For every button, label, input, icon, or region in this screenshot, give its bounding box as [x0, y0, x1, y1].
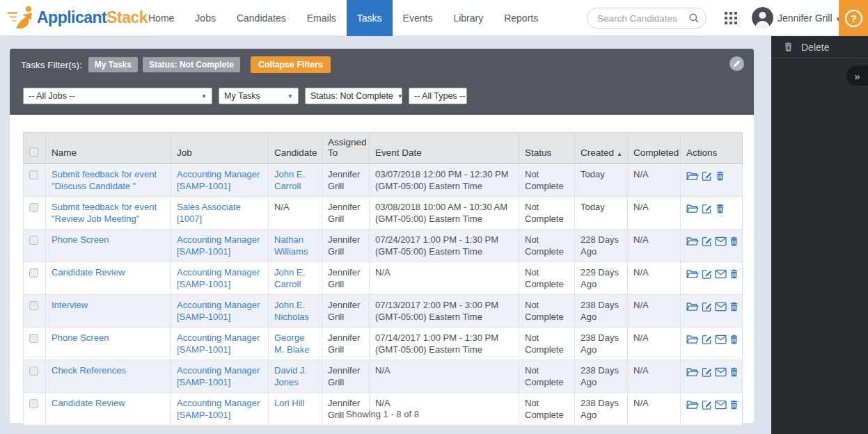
nav-item-jobs[interactable]: Jobs — [184, 0, 226, 36]
nav-item-events[interactable]: Events — [393, 0, 443, 36]
email-task-icon[interactable] — [715, 335, 727, 344]
row-checkbox-cell — [24, 360, 46, 393]
filter-badge[interactable]: Status: Not Complete — [143, 57, 240, 72]
task-name-link[interactable]: Interview — [52, 300, 88, 310]
column-header-assigned-to[interactable]: Assigned To — [322, 133, 370, 164]
task-name-link[interactable]: Submit feedback for event "Discuss Candi… — [52, 169, 157, 191]
collapse-panel-button[interactable]: » — [846, 66, 868, 86]
row-checkbox[interactable] — [29, 268, 38, 278]
delete-task-icon[interactable] — [715, 203, 725, 214]
task-name-link[interactable]: Check References — [52, 365, 126, 376]
event-date-cell: 07/13/2017 2:00 PM - 3:00 PM (GMT-05:00)… — [370, 295, 519, 328]
job-cell: Accounting Manager [SAMP-1001] — [171, 295, 269, 328]
row-checkbox[interactable] — [29, 203, 38, 212]
task-name-link[interactable]: Candidate Review — [52, 398, 125, 408]
status-cell: Not Complete — [519, 262, 575, 295]
user-menu[interactable]: Jennifer Grill ▾ — [778, 0, 840, 36]
edit-task-icon[interactable] — [701, 170, 713, 182]
email-task-icon[interactable] — [715, 367, 727, 377]
nav-item-home[interactable]: Home — [138, 0, 184, 36]
column-header-job[interactable]: Job — [171, 133, 269, 164]
delete-task-icon[interactable] — [729, 268, 739, 280]
candidate-link[interactable]: David J. Jones — [274, 365, 307, 387]
job-link[interactable]: Accounting Manager [SAMP-1001] — [177, 332, 260, 355]
email-task-icon[interactable] — [715, 236, 727, 246]
edit-task-icon[interactable] — [701, 334, 713, 345]
delete-task-icon[interactable] — [715, 170, 725, 182]
open-task-icon[interactable] — [686, 301, 699, 312]
actions-cell — [681, 328, 743, 360]
job-link[interactable]: Sales Associate [1007] — [177, 202, 241, 224]
row-checkbox[interactable] — [29, 334, 38, 343]
open-task-icon[interactable] — [686, 367, 699, 378]
candidate-link[interactable]: Lori Hill — [274, 398, 304, 408]
candidate-link[interactable]: George M. Blake — [274, 332, 310, 355]
job-link[interactable]: Accounting Manager [SAMP-1001] — [177, 267, 260, 289]
column-header-actions[interactable]: Actions — [681, 133, 743, 164]
delete-task-icon[interactable] — [729, 367, 739, 378]
job-link[interactable]: Accounting Manager [SAMP-1001] — [177, 169, 260, 191]
edit-task-icon[interactable] — [701, 203, 713, 214]
delete-task-icon[interactable] — [729, 334, 739, 345]
user-avatar[interactable] — [752, 7, 773, 29]
apps-grid-icon[interactable] — [725, 12, 737, 24]
open-task-icon[interactable] — [686, 334, 699, 345]
edit-task-icon[interactable] — [701, 367, 713, 378]
task-name-link[interactable]: Submit feedback for event "Review Job Me… — [52, 202, 157, 224]
job-link[interactable]: Accounting Manager [SAMP-1001] — [177, 365, 260, 387]
pagination-status: Showing 1 - 8 of 8 — [23, 409, 742, 419]
nav-item-candidates[interactable]: Candidates — [226, 0, 297, 36]
help-button[interactable]: ? — [839, 0, 868, 36]
delete-task-icon[interactable] — [729, 301, 739, 312]
email-task-icon[interactable] — [715, 269, 727, 279]
edit-task-icon[interactable] — [701, 268, 713, 280]
edit-filters-button[interactable] — [729, 56, 744, 71]
job-link[interactable]: Accounting Manager [SAMP-1001] — [177, 300, 260, 322]
row-checkbox[interactable] — [29, 367, 38, 376]
candidate-link[interactable]: Nathan Williams — [274, 234, 308, 257]
jobs-filter-dropdown[interactable]: -- All Jobs --▼ — [23, 88, 212, 104]
column-header-event-date[interactable]: Event Date — [370, 133, 519, 164]
column-header-created[interactable]: Created▲ — [575, 133, 628, 164]
search-icon[interactable] — [688, 13, 700, 24]
open-task-icon[interactable] — [686, 268, 699, 280]
select-all-checkbox[interactable] — [29, 147, 38, 156]
task-name-link[interactable]: Phone Screen — [52, 234, 109, 245]
nav-item-emails[interactable]: Emails — [297, 0, 347, 36]
edit-task-icon[interactable] — [701, 236, 713, 247]
open-task-icon[interactable] — [686, 203, 699, 214]
assigned-filter-dropdown[interactable]: My Tasks▼ — [219, 88, 299, 104]
tasks-table: NameJobCandidateAssigned ToEvent DateSta… — [23, 132, 743, 426]
nav-item-reports[interactable]: Reports — [494, 0, 549, 36]
row-checkbox[interactable] — [29, 236, 38, 245]
column-header-name[interactable]: Name — [46, 133, 171, 164]
column-header-status[interactable]: Status — [519, 133, 575, 164]
nav-item-library[interactable]: Library — [443, 0, 494, 36]
candidate-link[interactable]: John E. Nicholas — [274, 300, 309, 322]
row-checkbox[interactable] — [29, 399, 38, 408]
search-input[interactable] — [597, 13, 688, 24]
email-task-icon[interactable] — [715, 400, 727, 410]
delete-button[interactable]: Delete — [771, 36, 868, 58]
row-checkbox[interactable] — [29, 170, 38, 179]
types-filter-dropdown[interactable]: -- All Types --▼ — [409, 88, 467, 104]
task-name-link[interactable]: Candidate Review — [52, 267, 125, 278]
delete-task-icon[interactable] — [729, 236, 739, 247]
open-task-icon[interactable] — [686, 236, 699, 247]
status-filter-dropdown[interactable]: Status: Not Complete▼ — [305, 88, 402, 104]
collapse-filters-button[interactable]: Collapse Filters — [251, 56, 331, 73]
nav-item-tasks[interactable]: Tasks — [347, 0, 393, 36]
job-link[interactable]: Accounting Manager [SAMP-1001] — [177, 234, 260, 257]
email-task-icon[interactable] — [715, 302, 727, 312]
edit-task-icon[interactable] — [701, 301, 713, 312]
candidate-link[interactable]: John E. Carroll — [274, 169, 305, 191]
column-header-candidate[interactable]: Candidate — [269, 133, 322, 164]
filter-badge[interactable]: My Tasks — [88, 57, 138, 72]
column-header-completed[interactable]: Completed — [628, 133, 681, 164]
row-checkbox[interactable] — [29, 301, 38, 310]
task-name-link[interactable]: Phone Screen — [52, 332, 109, 343]
open-task-icon[interactable] — [686, 170, 699, 182]
candidate-search[interactable] — [587, 8, 707, 29]
applicantstack-logo[interactable]: ApplicantStack — [7, 6, 148, 29]
candidate-link[interactable]: John E. Carroll — [274, 267, 305, 289]
